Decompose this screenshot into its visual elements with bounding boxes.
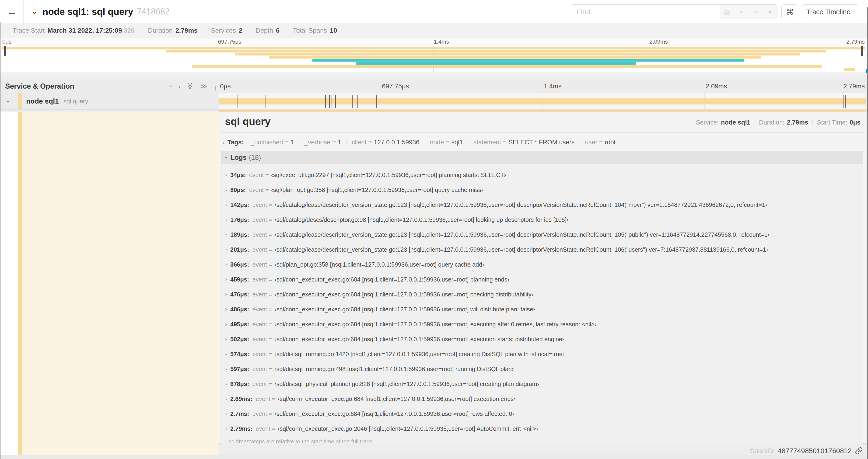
log-row[interactable]: › 34μs: event = ‹sql/exec_util.go:2297 [… bbox=[221, 167, 863, 183]
log-event-tick[interactable] bbox=[263, 95, 263, 108]
log-row[interactable]: › 2.7ms: event = ‹sql/conn_executor_exec… bbox=[221, 406, 863, 421]
tags-label[interactable]: Tags: bbox=[227, 139, 244, 146]
logs-list: › 34μs: event = ‹sql/exec_util.go:2297 [… bbox=[221, 164, 863, 436]
tags-row: › Tags: _unfinished=1 _verbose=1 client=… bbox=[223, 136, 621, 148]
log-expand-chevron-icon: › bbox=[225, 291, 227, 298]
prev-match-icon[interactable]: › bbox=[737, 6, 745, 18]
tag-equals: = bbox=[597, 139, 605, 146]
meta-value: 6 bbox=[276, 27, 280, 34]
find-input[interactable] bbox=[571, 5, 720, 19]
log-event-tick[interactable] bbox=[329, 95, 330, 108]
log-row[interactable]: › 176μs: event = ‹sql/catalog/descs/desc… bbox=[221, 212, 863, 227]
minimap-span-bar bbox=[844, 68, 855, 71]
log-row[interactable]: › 597μs: event = ‹sql/distsql_running.go… bbox=[221, 362, 863, 376]
collapse-one-icon[interactable]: › bbox=[167, 85, 175, 88]
minimap-span-bar bbox=[355, 62, 636, 65]
minimap-right-drag-handle[interactable] bbox=[861, 46, 863, 56]
next-match-icon[interactable]: › bbox=[752, 6, 760, 18]
back-button[interactable]: ← bbox=[0, 0, 24, 23]
find-buttons: ◎ › › × bbox=[720, 5, 777, 19]
log-event-tick[interactable] bbox=[843, 95, 843, 108]
log-timestamp: 476μs: bbox=[230, 291, 249, 298]
log-expand-chevron-icon: › bbox=[225, 172, 227, 178]
span-timeline-cell[interactable] bbox=[219, 93, 866, 109]
keyboard-shortcuts-button[interactable]: ⌘ bbox=[781, 4, 798, 19]
log-event-tick[interactable] bbox=[238, 95, 238, 108]
page-scrollbar[interactable] bbox=[867, 7, 868, 459]
clear-find-icon[interactable]: × bbox=[764, 8, 776, 16]
scrollbar-teal-marker bbox=[866, 69, 868, 73]
log-event-tick[interactable] bbox=[352, 95, 352, 108]
minimap-span-bar bbox=[312, 59, 744, 62]
detail-left-margin bbox=[0, 112, 18, 455]
log-expand-chevron-icon: › bbox=[225, 366, 227, 372]
span-duration-bar[interactable] bbox=[219, 98, 866, 104]
log-event-tick[interactable] bbox=[335, 95, 336, 108]
log-row[interactable]: › 189μs: event = ‹sql/catalog/lease/desc… bbox=[221, 227, 863, 242]
meta-value: 2.79ms bbox=[176, 27, 198, 34]
log-row[interactable]: › 502μs: event = ‹sql/conn_executor_exec… bbox=[221, 332, 863, 347]
log-row[interactable]: › 495μs: event = ‹sql/conn_executor_exec… bbox=[221, 317, 863, 332]
log-event-tick[interactable] bbox=[266, 95, 266, 108]
collapse-all-icon[interactable]: ≫ bbox=[186, 83, 194, 90]
overview-value: 0μs bbox=[849, 119, 861, 126]
log-row[interactable]: › 80μs: event = ‹sql/plan_opt.go:358 [ns… bbox=[221, 183, 863, 197]
minimap-left-drag-handle[interactable] bbox=[4, 46, 6, 56]
detail-accent-strip bbox=[219, 110, 866, 112]
log-event-tick[interactable] bbox=[304, 95, 304, 108]
column-splitter[interactable] bbox=[219, 79, 219, 455]
log-expand-chevron-icon: › bbox=[225, 231, 227, 238]
copy-link-icon[interactable] bbox=[855, 447, 863, 455]
log-row[interactable]: › 201μs: event = ‹sql/catalog/lease/desc… bbox=[221, 242, 863, 257]
log-row[interactable]: › 142μs: event = ‹sql/catalog/lease/desc… bbox=[221, 197, 863, 212]
log-row[interactable]: › 366μs: event = ‹sql/plan_opt.go:358 [n… bbox=[221, 257, 863, 272]
span-row[interactable]: › node sql1 sql query bbox=[0, 93, 868, 110]
log-event-tick[interactable] bbox=[334, 95, 334, 108]
log-field-value: ‹sql/conn_executor_exec.go:684 [nsql1,cl… bbox=[274, 276, 509, 283]
log-timestamp: 34μs: bbox=[230, 172, 246, 178]
logs-header[interactable]: › Logs (18) bbox=[221, 151, 863, 164]
span-name-cell[interactable]: › node sql1 sql query bbox=[0, 93, 219, 109]
minimap-tick-label: 2.79ms bbox=[846, 38, 865, 45]
column-resizer-grip[interactable] bbox=[211, 86, 216, 91]
log-field-key: event = bbox=[252, 321, 272, 328]
minimap-canvas[interactable] bbox=[2, 46, 865, 72]
tags-expand-chevron-icon[interactable]: › bbox=[223, 139, 225, 146]
tag-equals: = bbox=[331, 139, 338, 146]
focus-match-icon[interactable]: ◎ bbox=[721, 8, 733, 16]
overview-label: Start Time: bbox=[817, 119, 847, 126]
minimap-tick-label: 2.09ms bbox=[650, 38, 668, 45]
log-event-tick[interactable] bbox=[227, 95, 227, 108]
log-row[interactable]: › 2.69ms: event = ‹sql/conn_executor_exe… bbox=[221, 391, 863, 406]
tag-value: root bbox=[605, 139, 616, 146]
tag-key: user bbox=[585, 139, 597, 146]
overview-item: Service:node sql1 bbox=[691, 119, 755, 126]
log-event-tick[interactable] bbox=[358, 95, 358, 108]
log-row[interactable]: › 486μs: event = ‹sql/conn_executor_exec… bbox=[221, 302, 863, 317]
expand-all-icon[interactable]: ≫ bbox=[200, 82, 207, 90]
log-row[interactable]: › 459μs: event = ‹sql/conn_executor_exec… bbox=[221, 272, 863, 287]
log-expand-chevron-icon: › bbox=[225, 306, 227, 313]
log-event-tick[interactable] bbox=[332, 95, 332, 108]
tag-chip: client=127.0.0.1:59936 bbox=[347, 139, 425, 146]
log-expand-chevron-icon: › bbox=[225, 336, 227, 342]
log-field-key: event = bbox=[252, 381, 272, 387]
log-row[interactable]: › 476μs: event = ‹sql/conn_executor_exec… bbox=[221, 287, 863, 302]
view-type-dropdown[interactable]: Trace Timeline › bbox=[802, 4, 859, 19]
span-children-chevron-icon[interactable]: › bbox=[5, 98, 12, 105]
log-row[interactable]: › 2.79ms: event = ‹sql/conn_executor_exe… bbox=[221, 421, 863, 436]
collapse-trace-chevron-icon[interactable]: › bbox=[30, 9, 40, 17]
log-event-tick[interactable] bbox=[260, 95, 260, 108]
log-field-key: event = bbox=[252, 261, 272, 268]
log-event-tick[interactable] bbox=[845, 95, 846, 108]
log-event-tick[interactable] bbox=[252, 95, 252, 108]
log-row[interactable]: › 574μs: event = ‹sql/distsql_running.go… bbox=[221, 347, 863, 362]
tags-list: _unfinished=1 _verbose=1 client=127.0.0.… bbox=[246, 139, 621, 146]
log-event-tick[interactable] bbox=[376, 95, 377, 108]
expand-one-icon[interactable]: › bbox=[178, 82, 181, 90]
log-row[interactable]: › 678μs: event = ‹sql/distsql_physical_p… bbox=[221, 376, 863, 391]
tag-key: client bbox=[352, 139, 367, 146]
log-field-value: ‹sql/distsql_running.go:1420 [nsql1,clie… bbox=[274, 351, 564, 358]
tag-equals: = bbox=[283, 139, 290, 146]
log-event-tick[interactable] bbox=[325, 95, 326, 108]
